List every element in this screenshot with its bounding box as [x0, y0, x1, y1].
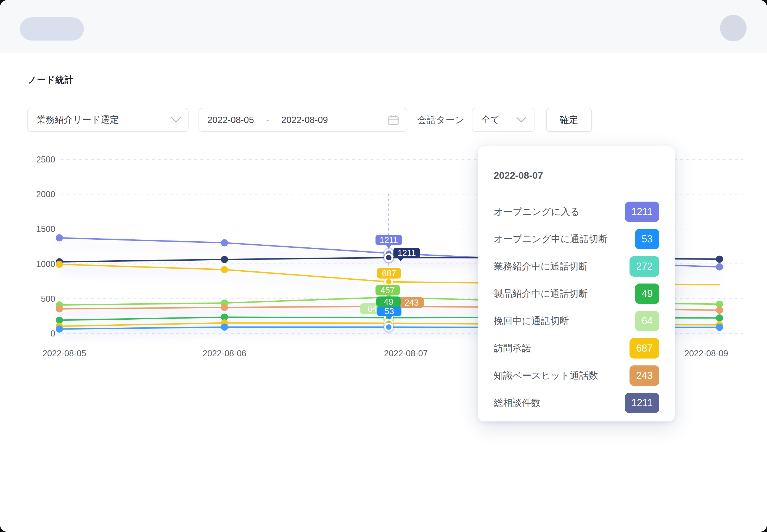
tooltip-row-label: 挽回中に通話切断: [494, 315, 569, 327]
y-tick-label: 500: [41, 294, 55, 304]
tooltip-row: 知識ベースヒット通話数243: [494, 362, 659, 389]
tooltip-row-label: オープニングに入る: [494, 205, 580, 218]
data-point: [56, 234, 63, 241]
hover-point: [386, 324, 391, 330]
tooltip-row: オープニング中に通話切断53: [494, 225, 659, 253]
data-point: [716, 263, 723, 271]
tooltip-row-value-badge: 1211: [625, 393, 659, 413]
tooltip-row: 総相談件数1211: [494, 389, 659, 416]
tooltip-row-value-badge: 272: [630, 256, 659, 277]
data-point: [221, 239, 228, 246]
chart-tooltip: 2022-08-07 オープニングに入る1211オープニング中に通話切断53業務…: [478, 146, 675, 421]
hover-point: [386, 279, 391, 285]
svg-text:64: 64: [368, 304, 377, 314]
x-tick-label: 2022-08-06: [203, 349, 247, 358]
data-point: [716, 307, 723, 314]
tooltip-row-value-badge: 687: [630, 338, 659, 359]
tooltip-row-label: 業務紹介中に通話切断: [494, 260, 588, 273]
tooltip-rows: オープニングに入る1211オープニング中に通話切断53業務紹介中に通話切断272…: [494, 198, 659, 416]
tooltip-row-label: オープニング中に通話切断: [494, 233, 608, 245]
data-point: [56, 325, 63, 333]
data-point: [221, 266, 228, 273]
y-tick-label: 2000: [36, 189, 55, 199]
point-value-badge: 1211: [376, 235, 402, 248]
svg-text:1211: 1211: [398, 248, 416, 258]
x-tick-label: 2022-08-05: [42, 349, 86, 358]
data-point: [716, 324, 723, 331]
svg-text:53: 53: [385, 306, 394, 316]
x-tick-label: 2022-08-07: [384, 349, 428, 358]
svg-text:243: 243: [404, 298, 419, 308]
point-value-badge: 49: [376, 296, 401, 307]
data-point: [221, 256, 228, 263]
data-point: [716, 256, 723, 263]
tooltip-row: 挽回中に通話切断64: [494, 307, 659, 335]
tooltip-row: 業務紹介中に通話切断272: [494, 253, 659, 280]
data-point: [716, 314, 723, 322]
app-window: ノード統計 業務紹介リード選定 2022-08-05 - 2022-08-09 …: [0, 0, 767, 532]
data-point: [221, 304, 228, 311]
y-tick-label: 0: [50, 329, 55, 338]
data-point: [56, 305, 63, 312]
tooltip-row-value-badge: 49: [635, 284, 659, 304]
point-value-badge: 243: [399, 297, 424, 308]
svg-text:1211: 1211: [380, 235, 398, 245]
svg-text:49: 49: [384, 297, 393, 307]
tooltip-date: 2022-08-07: [494, 170, 659, 181]
data-point: [56, 261, 63, 268]
y-tick-label: 1500: [36, 224, 55, 234]
hover-point: [386, 255, 391, 260]
y-tick-label: 1000: [36, 259, 55, 269]
tooltip-row: 製品紹介中に通話切断49: [494, 280, 659, 307]
tooltip-row-value-badge: 1211: [625, 202, 659, 222]
data-point: [221, 324, 228, 331]
tooltip-row-label: 総相談件数: [494, 397, 540, 409]
point-value-badge: 687: [377, 268, 401, 279]
point-value-badge: 457: [376, 285, 400, 295]
tooltip-row-value-badge: 64: [635, 311, 659, 331]
x-tick-label: 2022-08-09: [685, 349, 728, 358]
svg-text:457: 457: [380, 285, 395, 295]
tooltip-row-label: 訪問承諾: [494, 342, 531, 355]
tooltip-row: 訪問承諾687: [494, 335, 659, 362]
tooltip-row: オープニングに入る1211: [494, 198, 659, 225]
tooltip-row-value-badge: 53: [635, 229, 659, 249]
point-value-badge: 1211: [393, 248, 420, 261]
tooltip-row-value-badge: 243: [630, 365, 659, 386]
svg-text:687: 687: [382, 269, 396, 278]
y-tick-label: 2500: [36, 155, 55, 164]
tooltip-row-label: 製品紹介中に通話切断: [494, 287, 588, 300]
tooltip-row-label: 知識ベースヒット通話数: [494, 369, 598, 382]
